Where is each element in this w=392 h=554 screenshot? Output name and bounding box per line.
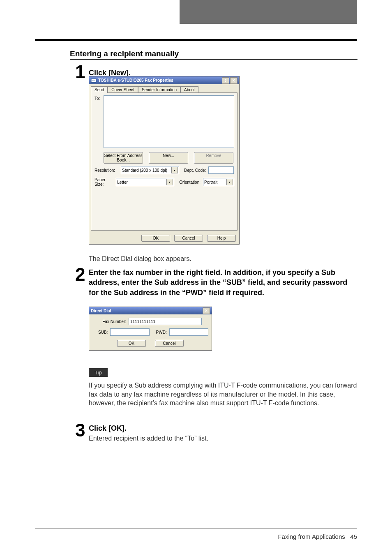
new-button[interactable]: New...: [149, 152, 188, 164]
paper-size-value: Letter: [117, 180, 128, 185]
tab-row: Send Cover Sheet Sender Information Abou…: [89, 84, 239, 92]
tip-label: Tip: [89, 368, 108, 377]
dialog-titlebar[interactable]: TOSHIBA e-STUDIO205 Fax Properties ? ✕: [89, 76, 239, 84]
step-3-caption: Entered recipient is added to the “To” l…: [89, 434, 355, 443]
resolution-value: Standard (200 x 100 dpi): [122, 168, 167, 173]
fax-number-label: Fax Number:: [98, 319, 126, 324]
remove-button[interactable]: Remove: [194, 152, 233, 164]
to-label: To:: [95, 96, 100, 101]
svg-rect-1: [92, 80, 95, 80]
help-button[interactable]: ?: [222, 77, 229, 84]
header-black-rule: [35, 39, 357, 41]
app-icon: [91, 78, 97, 83]
tab-sender-information[interactable]: Sender Information: [138, 86, 180, 93]
close-button[interactable]: ✕: [203, 307, 210, 314]
step-1-caption: The Direct Dial dialog box appears.: [89, 254, 191, 263]
step-2-heading: Enter the fax number in the right field.…: [89, 268, 355, 298]
fax-number-input[interactable]: 11111111111: [129, 318, 202, 325]
pwd-label: PWD:: [156, 330, 167, 335]
footer-page-number: 45: [350, 533, 357, 540]
to-listbox[interactable]: [104, 95, 234, 148]
resolution-label: Resolution:: [95, 168, 118, 173]
footer-text: Faxing from Applications 45: [278, 533, 357, 540]
tab-about[interactable]: About: [180, 86, 198, 93]
tab-body: To: Select From Address Book... New... R…: [91, 92, 238, 231]
orientation-label: Orientation:: [179, 180, 201, 185]
sub-label: SUB:: [98, 330, 108, 335]
section-title: Entering a recipient manually: [70, 49, 179, 58]
tab-cover-sheet[interactable]: Cover Sheet: [108, 86, 138, 93]
tab-send[interactable]: Send: [91, 86, 108, 93]
dept-code-input[interactable]: [208, 166, 234, 174]
close-button[interactable]: ✕: [230, 77, 238, 84]
section-underline: [70, 59, 357, 60]
cancel-button[interactable]: Cancel: [174, 235, 203, 242]
resolution-combo[interactable]: Standard (200 x 100 dpi) ▾: [121, 166, 179, 174]
footer-rule: [35, 528, 357, 529]
cancel-button[interactable]: Cancel: [155, 340, 184, 347]
orientation-value: Portrait: [204, 180, 217, 185]
tip-text: If you specify a Sub address complying w…: [89, 381, 357, 408]
ok-button[interactable]: OK: [117, 340, 146, 347]
chevron-down-icon: ▾: [226, 179, 233, 185]
orientation-combo[interactable]: Portrait ▾: [203, 178, 234, 186]
dialog-title: TOSHIBA e-STUDIO205 Fax Properties: [98, 78, 173, 83]
direct-dial-dialog: Direct Dial ✕ Fax Number: 11111111111 SU…: [89, 307, 212, 351]
footer-section: Faxing from Applications: [278, 533, 345, 540]
fax-number-value: 11111111111: [130, 319, 155, 324]
paper-size-label: Paper Size:: [95, 178, 113, 187]
step-3-heading: Click [OK].: [89, 423, 355, 433]
fax-properties-dialog: TOSHIBA e-STUDIO205 Fax Properties ? ✕ S…: [89, 76, 240, 245]
chevron-down-icon: ▾: [166, 179, 173, 185]
dept-code-label: Dept. Code:: [184, 168, 206, 173]
header-gray-bar: [180, 0, 357, 24]
svg-rect-2: [92, 81, 95, 81]
chevron-down-icon: ▾: [171, 167, 178, 173]
ok-button[interactable]: OK: [141, 235, 170, 242]
sub-input[interactable]: [110, 328, 149, 336]
paper-size-combo[interactable]: Letter ▾: [116, 178, 174, 186]
select-from-address-book-button[interactable]: Select From Address Book...: [104, 152, 143, 164]
help-button-bottom[interactable]: Help: [207, 235, 236, 242]
dialog-title: Direct Dial: [91, 309, 111, 313]
dialog-titlebar[interactable]: Direct Dial ✕: [89, 307, 212, 314]
pwd-input[interactable]: [169, 328, 208, 336]
